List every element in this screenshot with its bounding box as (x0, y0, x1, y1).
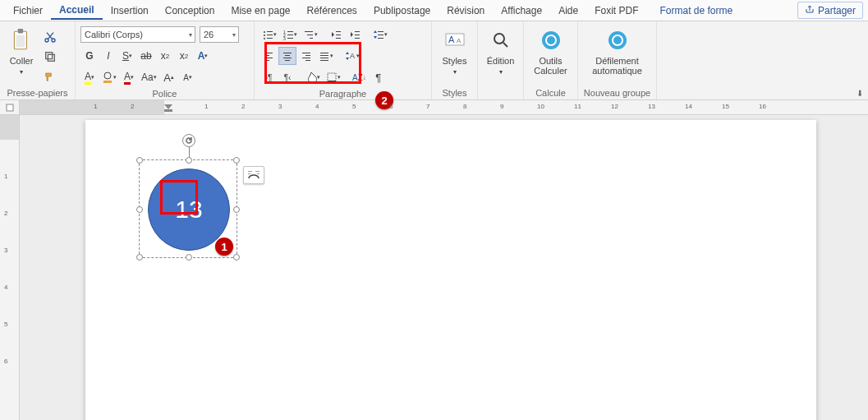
svg-rect-1 (18, 29, 23, 33)
svg-rect-16 (287, 31, 293, 32)
tab-layout[interactable]: Mise en page (223, 2, 298, 19)
ruler-row: 1 2 1 2 3 4 5 6 7 8 9 10 11 12 13 14 15 … (0, 100, 868, 115)
group-calc-label: Calcule (527, 86, 574, 99)
tab-references[interactable]: Références (299, 2, 365, 19)
svg-rect-65 (248, 173, 250, 174)
tab-home[interactable]: Accueil (51, 1, 103, 20)
svg-rect-10 (267, 31, 273, 32)
svg-text:A: A (448, 35, 455, 44)
underline-button[interactable]: S▾ (118, 47, 136, 65)
paste-button[interactable]: Coller▾ (3, 25, 39, 77)
resize-handle-sw[interactable] (136, 254, 143, 261)
tab-foxit[interactable]: Foxit PDF (586, 2, 646, 19)
calc-tools-button[interactable]: Outils Calculer (527, 25, 574, 76)
layout-options-button[interactable] (243, 166, 264, 184)
group-new: Défilement automatique Nouveau groupe (578, 21, 657, 99)
tab-shape-format[interactable]: Format de forme (652, 2, 742, 19)
svg-rect-18 (287, 35, 293, 35)
tab-mailings[interactable]: Publipostage (365, 2, 439, 19)
svg-rect-14 (267, 38, 273, 39)
svg-point-13 (264, 38, 265, 39)
svg-rect-63 (248, 171, 252, 172)
bold-button[interactable]: G (80, 47, 99, 65)
ribbon: Coller▾ Presse-papiers Calibri (Corps)▾ … (0, 21, 868, 100)
resize-handle-n[interactable] (186, 157, 192, 164)
svg-rect-2 (16, 35, 25, 48)
font-size-select[interactable]: 26▾ (200, 26, 239, 43)
group-styles: AA Styles▾ Styles (432, 21, 478, 99)
superscript-button[interactable]: x2 (175, 47, 193, 65)
resize-handle-se[interactable] (233, 254, 240, 261)
rotate-connector (189, 147, 190, 157)
copy-button[interactable] (41, 48, 59, 66)
editing-button[interactable]: Édition▾ (483, 25, 519, 77)
resize-handle-s[interactable] (186, 254, 192, 261)
horizontal-ruler[interactable]: 1 2 1 2 3 4 5 6 7 8 9 10 11 12 13 14 15 … (20, 100, 868, 114)
ribbon-tabs: Fichier Accueil Insertion Conception Mis… (0, 0, 868, 21)
svg-point-9 (264, 31, 265, 33)
document-area: 1 2 3 4 5 6 13 1 (0, 115, 868, 420)
group-calc: Outils Calculer Calcule (524, 21, 578, 99)
collapse-ribbon-button[interactable]: ⬇ (857, 89, 863, 98)
group-styles-label: Styles (435, 86, 474, 99)
page: 13 1 (85, 120, 816, 420)
svg-rect-66 (257, 173, 259, 174)
svg-rect-21 (305, 31, 313, 32)
text-effects-button[interactable]: A▾ (194, 47, 212, 65)
resize-handle-w[interactable] (136, 206, 143, 213)
autoscroll-icon (589, 26, 646, 54)
grow-font-button[interactable]: A▴ (160, 68, 178, 86)
share-button[interactable]: Partager (797, 2, 863, 19)
autoscroll-button[interactable]: Défilement automatique (587, 25, 648, 76)
svg-rect-8 (103, 81, 112, 83)
tab-file[interactable]: Fichier (5, 2, 51, 19)
strike-button[interactable]: ab (137, 47, 155, 65)
svg-rect-25 (336, 35, 341, 35)
group-editing-label (481, 86, 520, 99)
paste-label: Coller (10, 56, 34, 66)
decrease-indent-button[interactable] (327, 25, 345, 44)
change-case-button[interactable]: Aa▾ (139, 68, 159, 86)
multilevel-button[interactable]: ▾ (301, 25, 320, 44)
annotation-box-2 (264, 42, 361, 84)
svg-rect-6 (46, 53, 53, 59)
svg-point-61 (613, 36, 622, 44)
group-paragraph-label: Paragraphe (258, 87, 428, 100)
shrink-font-button[interactable]: A▾ (179, 68, 197, 86)
font-name-select[interactable]: Calibri (Corps)▾ (80, 26, 195, 43)
cut-button[interactable] (41, 28, 59, 46)
styles-button[interactable]: AA Styles▾ (437, 25, 473, 77)
font-color-button[interactable]: A▾ (120, 68, 138, 86)
tab-view[interactable]: Affichage (493, 2, 550, 19)
vertical-ruler[interactable]: 1 2 3 4 5 6 (0, 115, 20, 420)
tab-help[interactable]: Aide (550, 2, 586, 19)
highlight-button[interactable]: A▾ (80, 68, 99, 86)
svg-point-55 (494, 34, 504, 44)
svg-rect-62 (7, 104, 13, 111)
document-canvas[interactable]: 13 1 (20, 115, 868, 420)
svg-text:3: 3 (283, 36, 286, 40)
increase-indent-button[interactable] (346, 25, 364, 44)
shape-fill-color-button[interactable]: ▾ (99, 68, 119, 86)
tab-design[interactable]: Conception (157, 2, 223, 19)
resize-handle-e[interactable] (233, 206, 240, 213)
format-painter-button[interactable] (41, 67, 59, 85)
show-marks-button[interactable]: ¶ (370, 68, 388, 86)
svg-rect-24 (336, 31, 341, 32)
line-spacing-button[interactable]: ▾ (370, 25, 390, 44)
svg-rect-23 (310, 38, 313, 39)
svg-rect-27 (355, 31, 360, 32)
tab-insert[interactable]: Insertion (103, 2, 157, 19)
numbering-button[interactable]: 123▾ (280, 25, 300, 44)
subscript-button[interactable]: x2 (156, 47, 174, 65)
paste-icon (5, 26, 38, 54)
calc-icon (529, 26, 572, 54)
rotate-handle[interactable] (182, 134, 195, 147)
resize-handle-ne[interactable] (233, 157, 240, 164)
svg-rect-26 (336, 38, 341, 39)
annotation-box-1 (160, 180, 198, 215)
bullets-button[interactable]: ▾ (259, 25, 279, 44)
resize-handle-nw[interactable] (136, 157, 143, 164)
tab-review[interactable]: Révision (439, 2, 493, 19)
italic-button[interactable]: I (99, 47, 117, 65)
